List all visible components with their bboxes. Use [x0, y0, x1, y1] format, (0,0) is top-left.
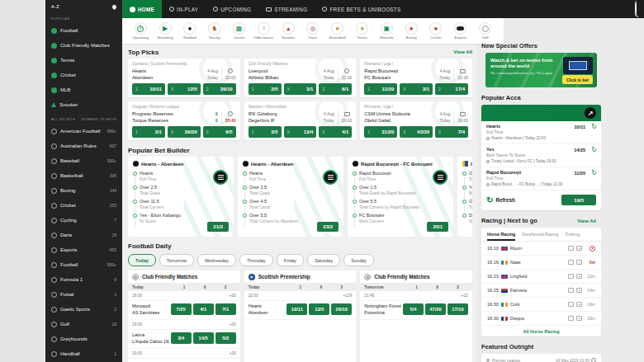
- more-markets-link[interactable]: +29: [230, 351, 236, 355]
- sidebar-item-american-football[interactable]: American Football999+: [45, 124, 122, 139]
- featured-outright-card[interactable]: Premier League 24 May 2026 01:00 Premier…: [481, 354, 601, 362]
- quick-link-cricket[interactable]: ●Cricket: [424, 22, 448, 40]
- sidebar-item-gaelic-sports[interactable]: Gaelic Sports2: [45, 302, 122, 317]
- sidebar-item-tennis[interactable]: Tennis: [45, 53, 122, 68]
- racecard-icon[interactable]: [568, 246, 574, 251]
- sidebar-item-baseball[interactable]: Baseball999+: [45, 153, 122, 168]
- quick-link-tennis[interactable]: ●Tennis: [350, 22, 374, 40]
- top-picks-view-all-link[interactable]: View All: [453, 49, 472, 54]
- more-markets-link[interactable]: +26: [230, 322, 236, 327]
- sidebar-item-football[interactable]: Football: [45, 23, 122, 38]
- sort-az-toggle[interactable]: A-Z: [51, 4, 59, 9]
- quick-link-boxing[interactable]: ●Boxing: [400, 22, 424, 40]
- odds-button-away[interactable]: 29/10: [331, 303, 352, 315]
- tab-free-bets[interactable]: FREE BETS & UNIBOOSTS: [315, 0, 408, 18]
- tab-horse-racing[interactable]: Horse Racing: [487, 232, 515, 241]
- more-markets-link[interactable]: +22: [462, 294, 468, 298]
- tab-trotting[interactable]: Trotting: [565, 232, 580, 241]
- stream-icon[interactable]: [576, 316, 582, 321]
- quick-link-football[interactable]: ●Football: [178, 22, 202, 40]
- bet-builder-odds-button[interactable]: 23/2: [317, 222, 339, 232]
- quick-link-casino[interactable]: ▦Casino: [227, 22, 251, 40]
- bet-builder-odds-button[interactable]: 35/1: [427, 222, 448, 232]
- racecard-icon[interactable]: [568, 302, 574, 307]
- promo-banner[interactable]: Watch & bet on tennis from around the wo…: [485, 53, 597, 87]
- quick-link-odds-boosts[interactable]: ↑Odds boosts: [252, 22, 276, 40]
- bet-builder-card[interactable]: Hearts - Aberdeen HeartsFull Time Over 2…: [238, 157, 343, 237]
- odds-button-home[interactable]: 13/1: [132, 126, 165, 138]
- odds-button-away[interactable]: 5/2: [215, 332, 236, 344]
- day-chip-today[interactable]: Today: [128, 254, 156, 266]
- racing-view-all-link[interactable]: View All: [577, 219, 596, 223]
- acca-boost-icon[interactable]: ↗: [585, 107, 596, 119]
- odds-button-draw[interactable]: X13/4: [284, 126, 317, 138]
- day-chip-sunday[interactable]: Sunday: [343, 254, 374, 266]
- quick-link-racing[interactable]: ♞Racing: [202, 22, 226, 40]
- quick-link-snooker[interactable]: ▲Snooker: [277, 22, 301, 40]
- league-header[interactable]: ⊕Club Friendly Matches: [360, 270, 472, 283]
- odds-button-away[interactable]: 7/1: [215, 303, 236, 315]
- odds-button-away[interactable]: 217/4: [435, 83, 468, 95]
- fixture-row[interactable]: MonopoliAS Sambiase 7/25 4/1 7/1: [128, 301, 240, 320]
- sidebar-item-cricket[interactable]: Cricket253: [45, 198, 122, 213]
- race-row[interactable]: 16:23Lingfield 12m: [481, 270, 601, 284]
- tab-upcoming[interactable]: UPCOMING: [206, 0, 258, 18]
- bet-builder-odds-button[interactable]: 21/2: [207, 222, 229, 232]
- race-row[interactable]: 16:30Cork 19m: [481, 298, 601, 312]
- odds-button-draw[interactable]: X3/1: [284, 83, 317, 95]
- odds-button-draw[interactable]: 47/20: [425, 303, 446, 315]
- day-chip-friday[interactable]: Friday: [277, 254, 304, 266]
- quick-link-streaming[interactable]: ▶Streaming: [154, 22, 178, 40]
- racecard-icon[interactable]: [568, 260, 574, 265]
- odds-button-home[interactable]: 3/4: [171, 332, 192, 344]
- acca-total-odds-button[interactable]: 19/5: [561, 195, 596, 205]
- match-card[interactable]: Scotland | Scottish Premiership HeartsAb…: [128, 59, 240, 97]
- more-markets-link[interactable]: +139: [343, 294, 353, 298]
- stream-icon[interactable]: [576, 288, 582, 293]
- sidebar-item-formula-1[interactable]: Formula 19: [45, 272, 122, 287]
- pin-icon[interactable]: [111, 3, 117, 9]
- swap-selection-icon[interactable]: ↻: [591, 170, 597, 176]
- odds-button-away[interactable]: 229/10: [203, 83, 236, 95]
- odds-button-draw[interactable]: 12/5: [309, 303, 329, 315]
- race-row[interactable]: 16:25Fairview 14m: [481, 284, 601, 298]
- odds-button-home[interactable]: 5/4: [403, 303, 424, 315]
- odds-button-draw[interactable]: X3/1: [400, 83, 433, 95]
- odds-button-home[interactable]: 12/5: [249, 83, 282, 95]
- stream-icon[interactable]: [576, 302, 582, 307]
- sidebar-item-cycling[interactable]: Cycling7: [45, 213, 122, 228]
- sidebar-item-futsal[interactable]: Futsal3: [45, 287, 122, 302]
- quick-link-golf[interactable]: Golf: [473, 22, 497, 40]
- sidebar-item-esports[interactable]: Esports850: [45, 242, 122, 257]
- match-card[interactable]: Club Friendly Matches LiverpoolAthletic …: [244, 59, 357, 97]
- odds-button-draw[interactable]: 4/1: [193, 303, 214, 315]
- tab-greyhound-racing[interactable]: Greyhound Racing: [522, 232, 558, 241]
- odds-button-home[interactable]: 13/5: [249, 126, 282, 138]
- bet-builder-card[interactable]: Rapid București - FC Botoșani Rapid Bucu…: [348, 157, 453, 237]
- sidebar-item-snooker[interactable]: Snooker: [45, 97, 122, 112]
- odds-button-draw[interactable]: X12/5: [168, 83, 201, 95]
- refresh-button[interactable]: ↻Refresh: [486, 196, 515, 205]
- race-row[interactable]: 16:30Dieppe 19m: [481, 312, 601, 326]
- odds-button-home[interactable]: 111/20: [364, 83, 397, 95]
- match-card[interactable]: Romania | Liga I CSM Unirea SloboziaOțel…: [360, 101, 472, 140]
- sidebar-item-australian-rules[interactable]: Australian Rules897: [45, 139, 122, 153]
- match-card[interactable]: Sweden | Allsvenskan IFK GöteborgDegerfo…: [244, 101, 357, 140]
- quick-link-rewards[interactable]: ▣Rewards: [375, 22, 399, 40]
- odds-button-away[interactable]: 27/4: [435, 126, 468, 138]
- sidebar-item-football[interactable]: Football999+: [45, 257, 122, 272]
- quick-link-basketball[interactable]: ●Basketball: [325, 22, 349, 40]
- sidebar-item-darts[interactable]: Darts18: [45, 228, 122, 242]
- odds-button-away[interactable]: 26/5: [203, 126, 236, 138]
- race-row[interactable]: 16:16Naas 5m: [481, 256, 601, 270]
- quick-link-upcoming[interactable]: Upcoming: [129, 22, 153, 40]
- league-header[interactable]: ✕Scottish Premiership: [244, 270, 357, 283]
- racecard-icon[interactable]: [568, 288, 574, 293]
- race-row[interactable]: 16:10Ripon: [481, 242, 601, 256]
- sidebar-item-greyhounds[interactable]: Greyhounds: [45, 331, 122, 346]
- more-markets-link[interactable]: +30: [230, 294, 236, 298]
- tab-streaming[interactable]: STREAMING: [258, 0, 315, 18]
- tab-home[interactable]: HOME: [122, 0, 162, 18]
- odds-button-home[interactable]: 7/25: [171, 303, 192, 315]
- odds-button-away[interactable]: 17/10: [447, 303, 468, 315]
